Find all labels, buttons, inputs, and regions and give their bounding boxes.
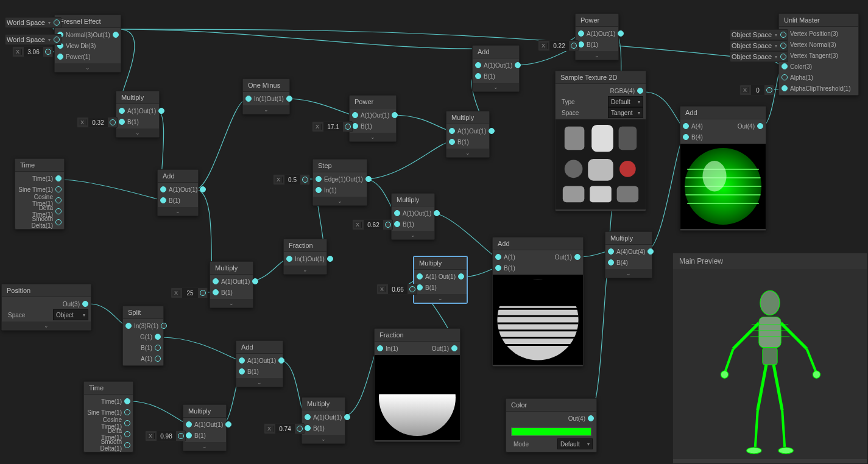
node-fresnel-effect[interactable]: Fresnel Effect Normal(3) Out(1) View Dir…: [54, 15, 121, 72]
dropdown-type[interactable]: Default▾: [608, 96, 643, 107]
chevron-down-icon[interactable]: ⌄: [2, 322, 91, 330]
svg-line-41: [755, 410, 758, 446]
svg-line-43: [782, 410, 785, 446]
node-add[interactable]: Add A(1)Out(1) B(1) ⌄: [236, 340, 283, 387]
chevron-down-icon[interactable]: ⌄: [350, 133, 396, 141]
node-fraction[interactable]: Fraction In(1)Out(1) ⌄: [283, 239, 327, 275]
chevron-down-icon[interactable]: ⌄: [313, 197, 367, 205]
dropdown-space[interactable]: Tangent▾: [608, 107, 643, 118]
chevron-down-icon[interactable]: ⌄: [243, 105, 289, 114]
svg-point-30: [379, 359, 456, 436]
chevron-down-icon[interactable]: ⌄: [473, 83, 519, 91]
value-pill[interactable]: X: [171, 287, 208, 298]
node-multiply[interactable]: Multiply A(1)Out(1) B(1) ⌄: [116, 91, 160, 138]
node-title: Multiply: [183, 405, 226, 418]
svg-rect-10: [497, 279, 578, 306]
value-pill[interactable]: X: [352, 219, 393, 230]
dropdown-object-space[interactable]: Object Space▾: [730, 51, 788, 62]
node-multiply[interactable]: Multiply A(1)Out(1) B(1) ⌄: [446, 111, 490, 158]
value-pill[interactable]: X: [376, 284, 417, 295]
node-multiply[interactable]: Multiply A(4)Out(4) B(4) ⌄: [605, 231, 652, 278]
chevron-down-icon[interactable]: ⌄: [302, 435, 345, 443]
chevron-down-icon[interactable]: ⌄: [158, 207, 198, 216]
chevron-down-icon[interactable]: ⌄: [446, 149, 489, 157]
value-pill[interactable]: X: [77, 117, 118, 128]
node-position[interactable]: Position Out(3) SpaceObject▾ ⌄: [1, 284, 91, 331]
dropdown-mode[interactable]: Default▾: [557, 438, 593, 449]
chevron-down-icon[interactable]: ⌄: [576, 51, 618, 60]
node-multiply[interactable]: Multiply A(1)Out(1) B(1) ⌄: [210, 261, 253, 308]
svg-rect-20: [617, 186, 639, 203]
node-time[interactable]: Time Time(1) Sine Time(1) Cosine Time(1)…: [15, 158, 65, 230]
value-pill[interactable]: X: [312, 121, 353, 132]
robot-preview: [673, 269, 867, 459]
dropdown-world-space[interactable]: World Space▾: [5, 34, 62, 45]
dropdown-space[interactable]: Object▾: [53, 309, 88, 320]
svg-point-39: [813, 371, 820, 378]
chevron-down-icon[interactable]: ⌄: [55, 63, 121, 72]
node-power[interactable]: Power A(1)Out(1) B(1) ⌄: [349, 95, 397, 142]
node-multiply[interactable]: Multiply A(1)Out(1) B(1) ⌄: [302, 397, 345, 444]
node-power[interactable]: Power A(1)Out(1) B(1) ⌄: [575, 13, 619, 60]
main-preview-panel[interactable]: Main Preview: [672, 253, 867, 464]
panel-title: Main Preview: [673, 253, 867, 269]
dropdown-world-space[interactable]: World Space▾: [5, 17, 62, 28]
value-pill[interactable]: X: [273, 174, 310, 185]
value-pill[interactable]: X: [538, 40, 579, 51]
node-title: Multiply: [414, 257, 467, 270]
chevron-down-icon[interactable]: ⌄: [210, 299, 253, 308]
node-fraction-preview[interactable]: Fraction In(1)Out(1): [374, 328, 460, 442]
node-title: Unlit Master: [779, 14, 858, 27]
sphere-preview-stripes: [493, 275, 583, 365]
node-title: Add: [680, 107, 766, 119]
node-multiply[interactable]: Multiply A(1)Out(1) B(1) ⌄: [391, 193, 435, 240]
node-unlit-master[interactable]: Unlit Master Vertex Position(3) Vertex N…: [778, 13, 859, 96]
svg-rect-14: [619, 127, 637, 150]
node-multiply[interactable]: Multiply A(1)Out(1) B(1) ⌄: [183, 404, 227, 451]
svg-point-38: [721, 371, 728, 378]
port-label: Power(1): [66, 54, 91, 60]
svg-point-45: [778, 448, 793, 454]
value-pill[interactable]: X: [739, 85, 774, 96]
chevron-down-icon[interactable]: ⌄: [414, 294, 467, 303]
node-split[interactable]: Split In(3)R(1) G(1) B(1) A(1): [122, 306, 164, 366]
node-color[interactable]: Color Out(4) ModeDefault▾: [506, 398, 597, 452]
node-one-minus[interactable]: One Minus In(1)Out(1) ⌄: [242, 79, 290, 114]
node-title: Multiply: [302, 398, 345, 410]
svg-rect-19: [590, 186, 612, 203]
chevron-down-icon[interactable]: ⌄: [116, 128, 159, 137]
node-title: Add: [493, 237, 583, 250]
chevron-down-icon[interactable]: ⌄: [392, 231, 434, 239]
node-add-preview[interactable]: Add A(1)Out(1) B(1): [492, 237, 584, 367]
svg-point-15: [565, 160, 583, 178]
node-add[interactable]: Add A(1)Out(1) B(1) ⌄: [157, 169, 199, 216]
value-pill[interactable]: X: [264, 423, 305, 434]
svg-line-37: [806, 349, 816, 373]
node-add-preview-green[interactable]: Add A(4)Out(4) B(4): [680, 106, 766, 231]
node-add[interactable]: Add A(1)Out(1) B(1) ⌄: [472, 45, 520, 92]
node-multiply-selected[interactable]: Multiply A(1)Out(1) B(1) ⌄: [414, 256, 467, 303]
sphere-preview-gradient: [375, 355, 460, 440]
chevron-down-icon[interactable]: ⌄: [236, 378, 283, 387]
chevron-down-icon[interactable]: ⌄: [605, 269, 652, 278]
node-title: Fraction: [375, 329, 460, 342]
svg-rect-32: [759, 317, 781, 348]
svg-line-34: [733, 323, 759, 349]
value-input[interactable]: [24, 47, 43, 57]
shader-graph-canvas[interactable]: Fresnel Effect Normal(3) Out(1) View Dir…: [0, 0, 868, 464]
node-title: Add: [473, 46, 519, 58]
chevron-down-icon[interactable]: ⌄: [183, 442, 226, 451]
chevron-down-icon[interactable]: ⌄: [284, 265, 326, 274]
value-pill[interactable]: X: [145, 431, 186, 441]
node-sample-texture-2d[interactable]: Sample Texture 2D RGBA(4) TypeDefault▾ S…: [555, 71, 646, 211]
svg-line-35: [725, 349, 733, 373]
color-swatch[interactable]: [511, 427, 591, 436]
dropdown-object-space[interactable]: Object Space▾: [730, 40, 788, 51]
port-label: Normal(3): [66, 32, 93, 38]
dropdown-object-space[interactable]: Object Space▾: [730, 29, 788, 40]
svg-point-28: [702, 161, 726, 191]
node-step[interactable]: Step Edge(1)Out(1) In(1) ⌄: [312, 159, 367, 206]
node-title: Step: [313, 160, 367, 172]
node-time[interactable]: Time Time(1) Sine Time(1) Cosine Time(1)…: [83, 381, 133, 452]
value-pill[interactable]: X: [12, 46, 53, 57]
